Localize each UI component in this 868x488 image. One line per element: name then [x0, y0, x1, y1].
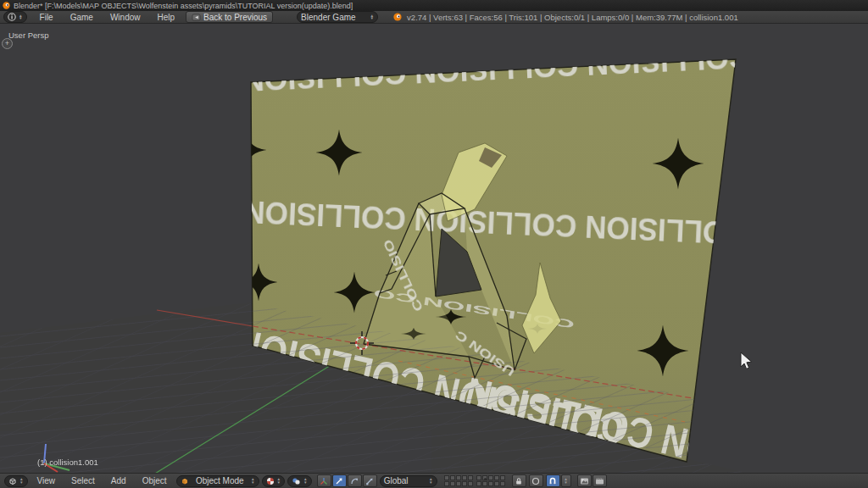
orientation-label: Global [384, 476, 409, 485]
scene-canvas[interactable]: COLLISION COLLISION COLLISION COLLISION … [0, 24, 868, 473]
editor-type-select[interactable]: ▲▼ [3, 11, 27, 23]
manipulator-axes-icon [320, 477, 328, 485]
layers-widget[interactable] [444, 475, 505, 486]
back-to-previous-button[interactable]: Back to Previous [186, 11, 273, 23]
render-image-icon [580, 477, 589, 485]
updown-arrows-icon: ▲▼ [303, 478, 308, 484]
opengl-render-anim-button[interactable] [593, 474, 607, 487]
snap-toggle-button[interactable] [546, 474, 560, 487]
scene-lock-button[interactable] [512, 474, 526, 487]
manipulator-rotate-button[interactable] [348, 474, 362, 487]
menu-select[interactable]: Select [64, 476, 102, 485]
layers-block-2[interactable] [476, 475, 505, 486]
mode-select[interactable]: Object Mode ▲▼ [176, 475, 259, 487]
blender-logo-icon [3, 2, 10, 9]
menu-object[interactable]: Object [136, 476, 174, 485]
render-anim-icon [595, 477, 604, 485]
orientation-select[interactable]: Global ▲▼ [380, 475, 437, 487]
proportional-circle-icon [531, 477, 540, 485]
proportional-edit-button[interactable] [529, 474, 543, 487]
object-mode-cube-icon [181, 477, 189, 485]
menu-window[interactable]: Window [103, 13, 148, 22]
manipulator-scale-button[interactable] [363, 474, 377, 487]
view-label: User Persp [8, 30, 49, 40]
viewport-3d[interactable]: COLLISION COLLISION COLLISION COLLISION … [0, 24, 868, 473]
back-arrow-icon [192, 14, 201, 21]
blender-window: Blender* [F:\Models\MAP OBJECTS\Wolfenst… [0, 0, 868, 488]
menu-add[interactable]: Add [104, 476, 133, 485]
updown-arrows-icon: ▲▼ [429, 478, 433, 484]
menu-game[interactable]: Game [63, 13, 101, 22]
updown-arrows-icon: ▲▼ [19, 14, 23, 20]
updown-arrows-icon: ▲▼ [564, 478, 568, 484]
window-title: Blender* [F:\Models\MAP OBJECTS\Wolfenst… [14, 2, 353, 10]
rotate-arc-icon [350, 477, 359, 485]
updown-arrows-icon: ▲▼ [251, 478, 255, 484]
updown-arrows-icon: ▲▼ [370, 14, 375, 20]
active-object-label: (1) collision1.001 [37, 458, 98, 467]
manipulator-translate-button[interactable] [332, 474, 347, 487]
view3d-header: ▲▼ View Select Add Object Object Mode ▲▼… [0, 473, 868, 488]
manipulator-toggle-button[interactable] [317, 474, 331, 487]
magnet-icon [548, 477, 557, 485]
info-editor-icon [8, 13, 16, 21]
lock-icon [515, 477, 523, 485]
scale-arrow-icon [365, 477, 374, 485]
pivot-median-icon [292, 477, 301, 485]
blender-logo-icon [393, 13, 402, 21]
menu-file[interactable]: File [32, 13, 61, 22]
translate-arrow-icon [335, 477, 343, 485]
engine-label: Blender Game [301, 13, 355, 22]
editor-type-select[interactable]: ▲▼ [4, 475, 28, 487]
layers-block-1[interactable] [444, 475, 473, 486]
title-bar: Blender* [F:\Models\MAP OBJECTS\Wolfenst… [0, 0, 868, 11]
view3d-editor-icon [8, 477, 17, 485]
active-layer-cell [482, 475, 487, 480]
back-to-previous-label: Back to Previous [203, 13, 267, 22]
engine-select[interactable]: Blender Game ▲▼ [297, 11, 378, 23]
info-bar: ▲▼ File Game Window Help Back to Previou… [0, 11, 868, 24]
updown-arrows-icon: ▲▼ [277, 478, 281, 484]
snap-element-select[interactable]: ▲▼ [561, 474, 571, 487]
mode-label: Object Mode [196, 476, 244, 485]
viewport-shading-select[interactable]: ▲▼ [262, 475, 286, 487]
scene-stats: v2.74 | Verts:63 | Faces:56 | Tris:101 |… [407, 13, 738, 22]
pivot-point-select[interactable]: ▲▼ [287, 475, 312, 487]
shading-sphere-icon [266, 477, 275, 485]
updown-arrows-icon: ▲▼ [19, 478, 24, 484]
toolshelf-expand-button[interactable]: + [2, 38, 13, 49]
menu-help[interactable]: Help [149, 13, 182, 22]
opengl-render-image-button[interactable] [577, 474, 592, 487]
menu-view[interactable]: View [31, 476, 63, 485]
